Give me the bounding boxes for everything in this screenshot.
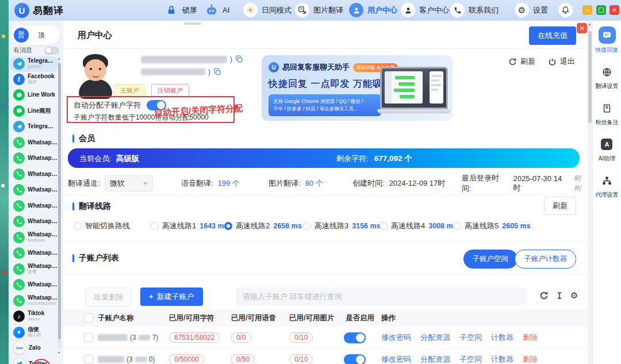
nav-ai[interactable]: AI <box>204 3 229 17</box>
row-checkbox[interactable] <box>84 333 93 342</box>
change-password-link[interactable]: 修改密码 <box>381 354 411 364</box>
customer-icon <box>401 3 415 17</box>
main-scrollbar[interactable]: ▲ <box>588 21 592 364</box>
assign-resources-link[interactable]: 分配资源 <box>420 332 450 343</box>
nav-day-mode[interactable]: 日间模式 <box>243 3 292 17</box>
subaccount-counter-button[interactable]: 子账户计数器 <box>515 250 576 269</box>
account-item-whatsapp-6[interactable]: Whatsapp普... <box>10 214 58 230</box>
account-item-telegram-1[interactable]: Telegram多...yst187 <box>10 56 58 72</box>
sidebar-scroll-up-arrow[interactable]: ▲ <box>57 56 61 60</box>
row-checkbox[interactable] <box>84 355 93 364</box>
account-item-whatsapp-10[interactable]: Whatsapp 多... <box>10 277 58 293</box>
account-item-whatsapp-11[interactable]: Whatsapp 多...64204861950 <box>10 293 58 309</box>
tool-ai-assistant[interactable]: AI助理 <box>599 136 615 163</box>
account-item-messenger[interactable]: 信使杨小石 <box>10 325 58 341</box>
assign-resources-link[interactable]: 分配资源 <box>420 354 450 364</box>
account-item-facebook[interactable]: Facebook杨洋 <box>10 72 58 88</box>
created-value: 2024-12-09 17时 <box>389 178 446 189</box>
tool-translate-settings[interactable]: 翻译设置 <box>596 64 619 90</box>
account-item-whatsapp-9[interactable]: Whatsapp 多...老黄 <box>10 262 58 278</box>
table-density-icon[interactable] <box>555 291 564 300</box>
account-item-whatsapp-5[interactable]: Whatsapp5 <box>10 198 58 214</box>
gear-icon <box>515 3 529 17</box>
close-icon[interactable] <box>577 23 587 33</box>
enable-toggle[interactable] <box>344 354 366 364</box>
account-item-whatsapp-2[interactable]: Whatsapp2 <box>10 151 58 167</box>
app-logo: U 易翻译 <box>14 3 64 18</box>
sub-space-link[interactable]: 子空间 <box>459 332 482 343</box>
window-maximize-button[interactable] <box>596 5 606 15</box>
sidebar-scroll-down-arrow[interactable]: ▼ <box>57 351 61 355</box>
translate-channel-select[interactable]: 微软 <box>105 175 153 191</box>
radio-icon <box>74 222 82 230</box>
line-option-5[interactable]: 高速线路5 2605 ms <box>453 221 531 231</box>
account-item-whatsapp-7[interactable]: Whatsapp 多...Madison <box>10 230 58 246</box>
tool-proxy-settings[interactable]: 代理设置 <box>596 173 619 199</box>
account-item-zalo[interactable]: Zalo <box>10 340 58 357</box>
tool-fan-notes[interactable]: 粉丝备注 <box>596 100 619 127</box>
counter-link[interactable]: 计数器 <box>491 332 513 343</box>
copy-icon[interactable] <box>235 55 243 63</box>
nav-settings[interactable]: 设置 <box>515 3 548 17</box>
account-item-telegram-2[interactable]: Telegram Z <box>10 119 58 135</box>
account-item-tiktok[interactable]: TiktokJason <box>10 309 58 325</box>
line-option-3[interactable]: 高速线路3 3156 ms <box>303 221 381 231</box>
window-minimize-button[interactable] <box>582 5 592 15</box>
line-option-2-selected[interactable]: 高速线路2 2658 ms <box>224 221 302 231</box>
line-option-1[interactable]: 高速线路1 1643 ms <box>151 221 228 231</box>
change-password-link[interactable]: 修改密码 <box>381 332 411 343</box>
promo-banner[interactable]: U 易回复客服聊天助手 基础功能 永久免费 快捷回复 一点即发 万能吸附 支持 … <box>262 55 453 121</box>
delete-link[interactable]: 删除 <box>523 354 538 364</box>
sub-space-link[interactable]: 子空间 <box>459 354 482 364</box>
counter-link[interactable]: 计数器 <box>491 354 513 364</box>
logout-button[interactable]: 退出 <box>548 56 575 67</box>
recharge-button[interactable]: 在线充值 <box>529 26 576 45</box>
table-settings-gear-icon[interactable] <box>570 291 580 300</box>
notifications-button[interactable] <box>558 3 573 17</box>
select-all-checkbox[interactable] <box>84 313 93 323</box>
window-close-button[interactable] <box>610 5 619 15</box>
scrollbar-thumb[interactable] <box>588 31 592 123</box>
sidebar-scrollbar[interactable] <box>58 61 61 348</box>
membership-banner: 当前会员: 高级版 剩余字符: 677,092 个 <box>68 148 580 168</box>
tool-quick-reply[interactable]: 快捷回复 <box>596 26 619 54</box>
copy-icon[interactable] <box>213 68 221 76</box>
nav-contact-us[interactable]: 联系我们 <box>450 3 499 17</box>
whatsapp-icon <box>13 152 25 164</box>
nav-user-center[interactable]: 用户中心 <box>349 3 397 17</box>
account-item-whatsapp-4[interactable]: Whatsapp3 <box>10 182 58 198</box>
account-item-whatsapp-3[interactable]: Whatsapp3 <box>10 167 58 183</box>
account-badges: 主账户 注销账户 <box>114 84 189 97</box>
created-label: 创建时间: <box>352 178 385 189</box>
voice-translate-value: 199 个 <box>218 178 240 189</box>
tab-badge-common[interactable]: 普 <box>14 28 29 43</box>
enable-toggle[interactable] <box>344 332 366 343</box>
nav-lock-screen[interactable]: 锁屏 <box>164 3 197 17</box>
line-option-smart[interactable]: 智能切换路线 <box>74 221 130 231</box>
tab-badge-top[interactable]: 顶 <box>38 30 45 40</box>
table-refresh-icon[interactable] <box>539 291 549 300</box>
has-message-toggle[interactable] <box>44 47 59 55</box>
subaccount-space-button[interactable]: 子账户空间 <box>463 250 518 269</box>
sun-icon <box>243 3 258 17</box>
account-item-line-work[interactable]: Line Work <box>10 87 58 104</box>
masked-account-name <box>141 56 227 63</box>
batch-delete-button[interactable]: 批量删除 <box>86 288 132 307</box>
member-section-title: 会员 <box>72 133 95 144</box>
deactivate-account-button[interactable]: 注销账户 <box>151 84 189 97</box>
line-option-4[interactable]: 高速线路4 3008 ms <box>379 221 457 231</box>
delete-link[interactable]: 删除 <box>523 332 538 343</box>
account-item-whatsapp-1[interactable]: Whatsapp1 <box>10 135 58 151</box>
account-item-whatsapp-8[interactable]: Whatsapp 多... <box>10 246 58 262</box>
refresh-account-button[interactable]: 刷新 <box>508 56 535 67</box>
nav-image-translate[interactable]: 图片翻译 <box>295 3 343 17</box>
chevron-down-icon <box>143 182 148 185</box>
row-actions: 修改密码 分配资源 子空间 计数器 删除 <box>381 327 538 348</box>
subaccount-search-input[interactable] <box>236 288 527 305</box>
create-subaccount-button[interactable]: 新建子账户 <box>140 288 203 306</box>
lines-refresh-button[interactable]: 刷新 <box>544 197 576 215</box>
scroll-up-arrow[interactable]: ▲ <box>588 22 592 26</box>
nav-customer-center[interactable]: 客户中心 <box>401 3 449 17</box>
sidebar-tab-switcher[interactable]: 普 顶 <box>12 25 60 45</box>
account-item-line-biz[interactable]: Line商用 <box>10 104 58 120</box>
